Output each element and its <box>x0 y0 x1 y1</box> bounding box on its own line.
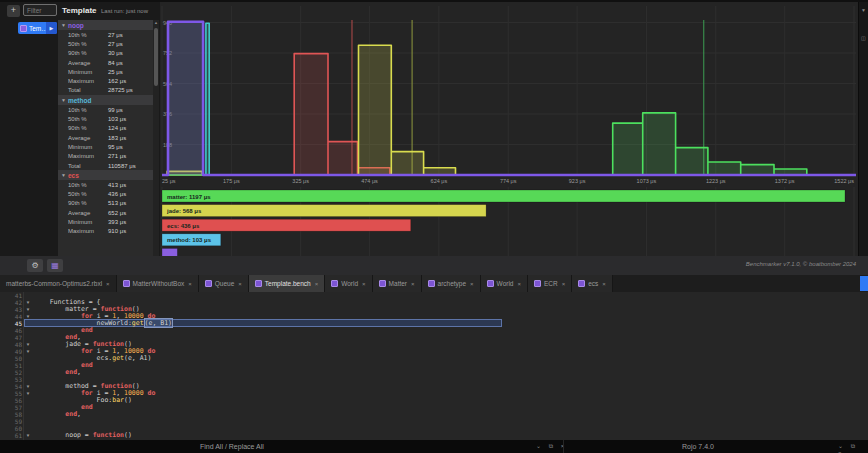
line-number: 48 <box>0 341 22 348</box>
tab-label: matterbs-Common-Optimus2.rbxl <box>6 280 102 287</box>
fold-arrow-icon[interactable]: ▼ <box>22 307 34 312</box>
tab-label: Queue <box>215 280 235 287</box>
line-number: 57 <box>0 404 22 411</box>
settings-gear-button[interactable]: ⚙ <box>27 259 43 272</box>
stat-row: Maximum271 μs <box>58 152 153 161</box>
chart-area: 25 μs175 μs325 μs474 μs624 μs774 μs923 μ… <box>160 2 858 256</box>
stat-row: 50th %103 μs <box>58 114 153 123</box>
code-line-58[interactable]: 58 end, <box>0 411 868 418</box>
code-text: end, <box>34 411 81 418</box>
tab-close-icon[interactable]: × <box>315 281 319 287</box>
tab-close-icon[interactable]: × <box>188 281 192 287</box>
script-icon <box>205 280 212 287</box>
fold-arrow-icon[interactable]: ▼ <box>22 433 34 438</box>
tab-Queue[interactable]: Queue× <box>199 275 249 292</box>
right-rail: ▼ ◫ <box>858 2 868 256</box>
rojo-panel-controls[interactable]: ⌄ ⧉ × <box>838 442 868 453</box>
tab-label: archetype <box>438 280 467 287</box>
stats-section-header[interactable]: ▼ecs <box>58 170 153 180</box>
filter-input[interactable]: Filter <box>23 4 57 16</box>
tab-label: World <box>497 280 514 287</box>
add-benchmark-button[interactable]: + <box>7 5 20 17</box>
line-number: 56 <box>0 397 22 404</box>
fold-arrow-icon[interactable]: ▼ <box>22 342 34 347</box>
code-editor[interactable]: 4142▼ Functions = {43▼ matter = function… <box>0 292 868 440</box>
fold-arrow-icon[interactable]: ▼ <box>22 300 34 305</box>
pin-panel-icon[interactable]: ◫ <box>861 35 866 41</box>
benchmark-chart[interactable]: 25 μs175 μs325 μs474 μs624 μs774 μs923 μ… <box>160 2 858 256</box>
tab-close-icon[interactable]: × <box>517 281 521 287</box>
fold-arrow-icon[interactable]: ▼ <box>22 349 34 354</box>
code-line-56[interactable]: 56 Foo:bar() <box>0 397 868 404</box>
rojo-panel-title[interactable]: Rojo 7.4.0 <box>563 443 833 450</box>
tab-Matter[interactable]: Matter× <box>373 275 422 292</box>
code-line-46[interactable]: 46 end <box>0 327 868 334</box>
layout-button[interactable]: ▦ <box>47 259 63 272</box>
tab-World[interactable]: World× <box>481 275 528 292</box>
tab-Template.bench[interactable]: Template.bench× <box>249 275 325 292</box>
hist-line-method <box>162 23 856 175</box>
hist-fill-matter <box>162 113 856 175</box>
script-icon <box>123 280 130 287</box>
line-number: 47 <box>0 334 22 341</box>
tab-close-icon[interactable]: × <box>362 281 366 287</box>
stat-row: 90th %30 μs <box>58 49 153 58</box>
stat-row: 50th %436 μs <box>58 189 153 198</box>
tab-close-icon[interactable]: × <box>238 281 242 287</box>
tab-archetype[interactable]: archetype× <box>422 275 481 292</box>
find-replace-panel-title[interactable]: Find All / Replace All <box>200 443 264 450</box>
code-line-57[interactable]: 57 end <box>0 404 868 411</box>
line-number: 50 <box>0 355 22 362</box>
chevron-down-icon: ▼ <box>61 172 66 178</box>
stats-section-header[interactable]: ▼noop <box>58 20 153 30</box>
script-icon <box>578 280 585 287</box>
code-line-50[interactable]: 50 ecs.get(e, A1) <box>0 355 868 362</box>
line-number: 52 <box>0 369 22 376</box>
code-line-41[interactable]: 41 <box>0 292 868 299</box>
fold-arrow-icon[interactable]: ▼ <box>22 314 34 319</box>
code-line-51[interactable]: 51 end <box>0 362 868 369</box>
svg-text:325 μs: 325 μs <box>292 178 309 184</box>
svg-text:1073 μs: 1073 μs <box>637 178 657 184</box>
benchmark-title: Template <box>62 6 97 15</box>
tab-close-icon[interactable]: × <box>106 281 110 287</box>
stats-section-header[interactable]: ▼method <box>58 95 153 105</box>
tab-close-icon[interactable]: × <box>602 281 606 287</box>
line-number: 44 <box>0 313 22 320</box>
fold-arrow-icon[interactable]: ▼ <box>22 391 34 396</box>
benchmark-list-item[interactable]: Tem… ▶ <box>18 22 57 34</box>
stat-row: Minimum95 μs <box>58 142 153 151</box>
code-line-45[interactable]: 45 newWorld:get(e, B1) <box>0 320 868 327</box>
line-number: 49 <box>0 348 22 355</box>
line-number: 45 <box>0 320 22 327</box>
tab-close-icon[interactable]: × <box>470 281 474 287</box>
tab-close-icon[interactable]: × <box>562 281 566 287</box>
hist-line-jade <box>162 45 856 175</box>
run-benchmark-button[interactable]: ▶ <box>46 22 57 34</box>
stat-row: 10th %27 μs <box>58 30 153 39</box>
stat-row: Maximum162 μs <box>58 76 153 85</box>
tab-matterbs-Common-Optimus2.rbxl[interactable]: matterbs-Common-Optimus2.rbxl× <box>0 275 117 292</box>
scrollbar-thumb[interactable] <box>154 28 158 86</box>
svg-text:774 μs: 774 μs <box>500 178 517 184</box>
bar-jade <box>162 205 486 217</box>
code-line-61[interactable]: 61▼ noop = function() <box>0 432 868 439</box>
filter-funnel-icon[interactable]: ▼ <box>861 7 866 13</box>
stat-row: Average183 μs <box>58 133 153 142</box>
tab-MatterWithoutBox[interactable]: MatterWithoutBox× <box>117 275 199 292</box>
tab-close-icon[interactable]: × <box>411 281 415 287</box>
stats-section-name: noop <box>68 22 84 29</box>
tab-overflow-button[interactable] <box>860 276 868 291</box>
bottom-dock-bar: Find All / Replace All ⌄ ⧉ × Rojo 7.4.0 … <box>0 440 868 453</box>
tab-ecs[interactable]: ecs× <box>572 275 613 292</box>
tab-World[interactable]: World× <box>325 275 372 292</box>
code-line-59[interactable]: 59 <box>0 418 868 425</box>
fold-arrow-icon[interactable]: ▼ <box>22 384 34 389</box>
svg-text:1522 μs: 1522 μs <box>834 178 854 184</box>
chevron-down-icon: ▼ <box>61 97 66 103</box>
code-line-52[interactable]: 52 end, <box>0 369 868 376</box>
stats-scrollbar[interactable]: ▲ <box>153 20 159 256</box>
tab-ECR[interactable]: ECR× <box>528 275 572 292</box>
line-number: 51 <box>0 362 22 369</box>
scroll-up-icon[interactable]: ▲ <box>153 20 159 26</box>
